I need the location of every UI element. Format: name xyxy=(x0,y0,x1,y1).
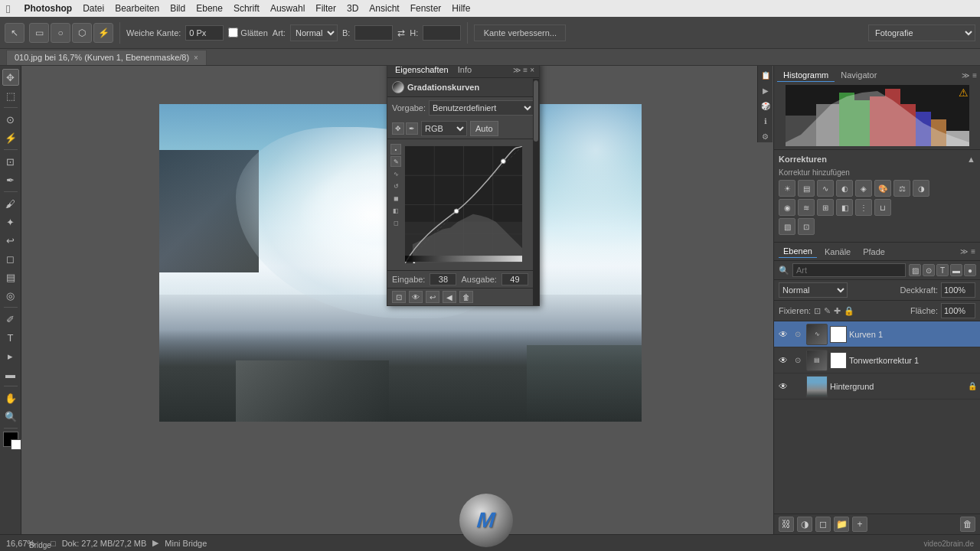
history-brush-tool[interactable]: ↩ xyxy=(2,232,19,249)
curves-black-point-btn[interactable]: ◼ xyxy=(390,193,401,204)
curves-point-btn[interactable]: • xyxy=(390,144,401,155)
korr-brightness-btn[interactable]: ☀ xyxy=(779,180,795,197)
dodge-tool[interactable]: ◎ xyxy=(2,287,19,304)
korr-channelmix-btn[interactable]: ≋ xyxy=(798,199,815,216)
menu-ebene[interactable]: Ebene xyxy=(196,3,223,14)
layer-vis-hintergrund[interactable]: 👁 xyxy=(777,380,789,393)
layer-item-kurven1[interactable]: 👁 ⊙ ∿ Kurven 1 xyxy=(774,321,980,347)
eyedropper-tool[interactable]: ✒ xyxy=(2,171,19,188)
curves-gray-point-btn[interactable]: ◧ xyxy=(390,205,401,216)
menu-3d[interactable]: 3D xyxy=(347,3,358,14)
filter-shape-btn[interactable]: ▬ xyxy=(950,264,962,276)
ei-close-btn[interactable]: × xyxy=(530,66,534,74)
status-arrow-btn[interactable]: ▶ xyxy=(152,538,158,548)
add-layer-btn[interactable]: + xyxy=(852,517,867,532)
crop-tool[interactable]: ⊡ xyxy=(2,153,19,170)
menu-hilfe[interactable]: Hilfe xyxy=(452,3,470,14)
stamp-tool[interactable]: ✦ xyxy=(2,214,19,230)
toolbar-ellipse-btn[interactable]: ○ xyxy=(51,23,70,43)
korr-posterize-btn[interactable]: ⋮ xyxy=(855,199,872,216)
ausgabe-value[interactable]: 49 xyxy=(501,273,528,285)
eyedropper-curves-btn[interactable]: ✒ xyxy=(406,122,418,135)
curves-prev-btn[interactable]: ◀ xyxy=(443,291,456,303)
menu-schrift[interactable]: Schrift xyxy=(234,3,260,14)
weiche-kante-input[interactable] xyxy=(185,25,224,41)
curves-refresh-btn[interactable]: ↺ xyxy=(390,181,401,191)
ebenen-expand-btn[interactable]: ≫ xyxy=(960,247,968,256)
side-play-btn[interactable]: ▶ xyxy=(760,84,772,96)
tab-kanaele[interactable]: Kanäle xyxy=(820,246,855,258)
menu-auswahl[interactable]: Auswahl xyxy=(270,3,305,14)
tab-pfade[interactable]: Pfade xyxy=(858,246,890,258)
curves-reset-btn[interactable]: ↩ xyxy=(426,291,439,303)
ebenen-search-input[interactable] xyxy=(792,263,906,277)
b-input[interactable] xyxy=(354,25,393,41)
blend-mode-select[interactable]: Normal xyxy=(779,282,848,298)
layer-item-tonwert[interactable]: 👁 ⊙ ▤ Tonwertkorrektur 1 xyxy=(774,347,980,373)
korr-invert-btn[interactable]: ◧ xyxy=(836,199,853,216)
korr-levels-btn[interactable]: ▤ xyxy=(798,180,815,197)
histogram-menu-btn[interactable]: ≡ xyxy=(972,71,977,80)
flaeche-input[interactable] xyxy=(941,303,975,318)
menu-fenster[interactable]: Fenster xyxy=(410,3,442,14)
layer-vis-tonwert[interactable]: 👁 xyxy=(777,354,789,367)
marquee-tool[interactable]: ⬚ xyxy=(2,87,19,104)
tab-histogramm[interactable]: Histogramm xyxy=(777,69,835,82)
fix-position-icon[interactable]: ✚ xyxy=(834,306,841,316)
zoom-tool[interactable]: 🔍 xyxy=(2,408,19,425)
fix-all-icon[interactable]: 🔒 xyxy=(844,306,854,316)
side-properties-btn[interactable]: 📋 xyxy=(760,69,772,81)
fix-move-icon[interactable]: ⊡ xyxy=(814,306,821,316)
add-group-btn[interactable]: 📁 xyxy=(834,517,849,532)
tab-navigator[interactable]: Navigator xyxy=(835,69,883,82)
filter-pixel-btn[interactable]: ▨ xyxy=(909,264,921,276)
art-select[interactable]: Normal xyxy=(290,24,338,41)
kante-verbessern-btn[interactable]: Kante verbessern... xyxy=(474,24,566,41)
link-layers-btn[interactable]: ⛓ xyxy=(779,517,794,532)
ei-expand-btn[interactable]: ≫ xyxy=(513,66,521,74)
side-info-btn[interactable]: ℹ xyxy=(760,115,772,127)
side-3d-btn[interactable]: 🎲 xyxy=(760,99,772,112)
text-tool[interactable]: T xyxy=(2,329,19,346)
channel-select[interactable]: RGB xyxy=(421,121,467,136)
korr-gradient-map-btn[interactable]: ▧ xyxy=(779,218,795,235)
menu-datei[interactable]: Datei xyxy=(83,3,104,14)
menu-filter[interactable]: Filter xyxy=(315,3,336,14)
histogram-expand-btn[interactable]: ≫ xyxy=(962,71,969,80)
app-name[interactable]: Photoshop xyxy=(24,3,72,14)
curves-clip-btn[interactable]: ⊡ xyxy=(392,291,406,303)
korr-vibrance-btn[interactable]: ◈ xyxy=(855,180,872,197)
side-settings-btn[interactable]: ⚙ xyxy=(760,130,772,142)
delete-layer-btn[interactable]: 🗑 xyxy=(960,517,975,532)
korr-curves-btn[interactable]: ∿ xyxy=(817,180,834,197)
korr-selective-btn[interactable]: ⊡ xyxy=(798,218,815,235)
eingabe-value[interactable]: 38 xyxy=(430,273,456,285)
h-input[interactable] xyxy=(423,25,461,41)
korr-colorbal-btn[interactable]: ⚖ xyxy=(893,180,910,197)
korr-color-lookup-btn[interactable]: ⊞ xyxy=(817,199,834,216)
fix-paint-icon[interactable]: ✎ xyxy=(824,306,831,316)
hand-tool[interactable]: ✋ xyxy=(2,390,19,406)
toolbar-arrow-btn[interactable]: ↖ xyxy=(5,23,24,43)
curves-graph[interactable] xyxy=(404,145,523,264)
brush-tool[interactable]: 🖌 xyxy=(2,195,19,212)
quick-select-tool[interactable]: ⚡ xyxy=(2,129,19,146)
toolbar-lasso-btn[interactable]: ⬡ xyxy=(72,23,92,43)
layer-vis-kurven1[interactable]: 👁 xyxy=(777,328,789,341)
korr-photofilter-btn[interactable]: ◉ xyxy=(779,199,795,216)
filter-adj-btn[interactable]: ⊙ xyxy=(923,264,935,276)
deckkraft-input[interactable] xyxy=(941,282,975,298)
shape-tool[interactable]: ▬ xyxy=(2,366,19,383)
menu-bearbeiten[interactable]: Bearbeiten xyxy=(115,3,159,14)
ebenen-menu-btn[interactable]: ≡ xyxy=(971,247,975,256)
fotografie-select[interactable]: Fotografie xyxy=(868,24,975,41)
pen-tool[interactable]: ✐ xyxy=(2,311,19,328)
gradient-tool[interactable]: ▤ xyxy=(2,269,19,285)
move-tool[interactable]: ✥ xyxy=(2,69,19,86)
korr-hsl-btn[interactable]: 🎨 xyxy=(874,180,891,197)
korr-bw-btn[interactable]: ◑ xyxy=(913,180,929,197)
path-select-tool[interactable]: ▸ xyxy=(2,347,19,364)
layer-item-hintergrund[interactable]: 👁 Hintergrund 🔒 xyxy=(774,373,980,399)
tab-close-btn[interactable]: × xyxy=(194,54,198,62)
toolbar-rect-btn[interactable]: ▭ xyxy=(29,23,49,43)
